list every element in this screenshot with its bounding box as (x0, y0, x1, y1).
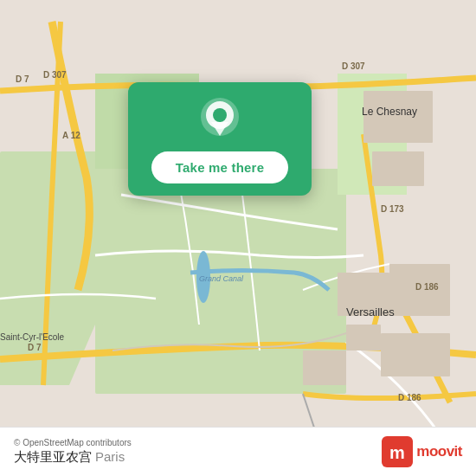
map-container: D 307 D 307 A 12 D 7 D 7 D 173 D 186 D 1… (0, 0, 476, 476)
svg-rect-8 (346, 325, 381, 351)
moovit-icon: m (382, 436, 413, 467)
take-me-there-button[interactable]: Take me there (151, 151, 288, 183)
osm-attribution: © OpenStreetMap contributors (14, 438, 132, 447)
moovit-text: moovit (416, 443, 462, 460)
svg-text:Le Chesnay: Le Chesnay (362, 106, 417, 118)
svg-text:D 186: D 186 (415, 282, 439, 292)
svg-text:D 7: D 7 (16, 74, 29, 84)
svg-text:Versailles: Versailles (346, 306, 395, 318)
svg-text:D 7: D 7 (28, 343, 42, 352)
moovit-logo: m moovit (382, 436, 462, 467)
svg-text:D 186: D 186 (398, 393, 421, 402)
bottom-left-info: © OpenStreetMap contributors 大特里亚农宫Paris (14, 438, 132, 466)
location-pin-icon (201, 98, 239, 143)
place-city: Paris (95, 449, 125, 464)
place-info: 大特里亚农宫Paris (14, 449, 132, 466)
svg-text:Saint-Cyr-l'Ecole: Saint-Cyr-l'Ecole (0, 332, 65, 342)
place-name: 大特里亚农宫 (14, 449, 92, 464)
svg-text:D 173: D 173 (381, 204, 404, 214)
svg-rect-13 (372, 151, 424, 186)
svg-text:m: m (389, 443, 405, 462)
svg-rect-11 (303, 351, 346, 385)
svg-text:D 307: D 307 (342, 61, 365, 71)
svg-text:A 12: A 12 (62, 131, 80, 140)
svg-text:Grand Canal: Grand Canal (199, 274, 244, 283)
popup-card: Take me there (128, 82, 312, 196)
svg-rect-10 (381, 333, 450, 376)
bottom-bar: © OpenStreetMap contributors 大特里亚农宫Paris… (0, 427, 476, 476)
svg-point-28 (213, 108, 227, 122)
map-background: D 307 D 307 A 12 D 7 D 7 D 173 D 186 D 1… (0, 0, 476, 476)
svg-text:D 307: D 307 (43, 70, 67, 80)
